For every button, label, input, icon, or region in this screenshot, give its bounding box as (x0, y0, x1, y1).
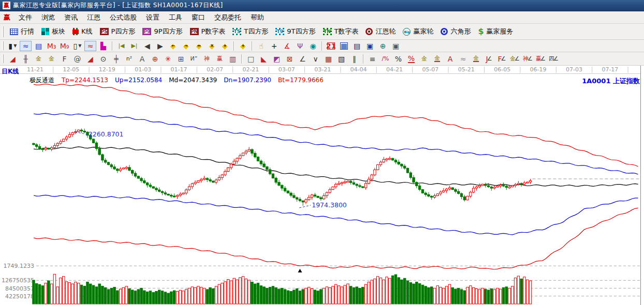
draw-wave-ab[interactable]: ≈ (457, 54, 469, 64)
tool-smart-tool[interactable]: ◉ (307, 41, 319, 51)
draw-gold-line[interactable]: 金 (431, 54, 443, 64)
toolbar-9t-square[interactable]: T99T四方形 (272, 25, 319, 38)
draw-percent-slash[interactable]: ∕% (379, 54, 391, 64)
menu-公式选股[interactable]: 公式选股 (105, 12, 141, 23)
tool-period-kline-dropdown[interactable]: ▮▼ (7, 41, 19, 51)
draw-f-angle[interactable]: F∠ (496, 54, 508, 64)
menu-资讯[interactable]: 资讯 (60, 12, 82, 23)
tool-goto-first[interactable]: |◀ (115, 41, 127, 51)
tool-network-update[interactable]: ⊕ (377, 41, 389, 51)
draw-n-square[interactable]: n² (123, 54, 135, 64)
tool-info-list[interactable]: ▤ (33, 41, 45, 51)
draw-stats-levels[interactable]: ≡ (367, 54, 378, 64)
tool-zoom-h-expand[interactable]: ◆↔ (193, 41, 205, 51)
menu-工具[interactable]: 工具 (164, 12, 187, 23)
tool-scroll-left[interactable]: ◀ (141, 41, 153, 51)
draw-time-grid[interactable]: ╫ (20, 54, 32, 64)
tool-zoom-fit[interactable]: ◆+ (237, 41, 249, 51)
draw-spiral-tool[interactable]: @ (71, 54, 83, 64)
toolbar-winner-service[interactable]: $赢家服务 (474, 25, 517, 38)
tool-wave-3[interactable]: M₃ (46, 41, 57, 51)
toolbar-winner-wheel[interactable]: Big赢家轮 (399, 25, 437, 38)
draw-gold-ratio-h[interactable]: 金 (33, 54, 45, 64)
kline-chart-canvas[interactable]: 11-2112-0512-1901-0301-1702-0702-2103-07… (0, 66, 644, 305)
draw-parallel-lines[interactable]: ∥ (348, 54, 360, 64)
draw-square-grid-arrow[interactable]: ▧ (335, 54, 347, 64)
menu-浏览[interactable]: 浏览 (37, 12, 60, 23)
toolbar-sectors[interactable]: 板块 (38, 25, 69, 38)
tool-zoom-in[interactable]: ◆× (206, 41, 218, 51)
chart-area[interactable]: 11-2112-0512-1901-0301-1702-0702-2103-07… (0, 66, 644, 305)
draw-fib-time[interactable]: F (58, 54, 70, 64)
draw-shen-angle[interactable]: 神∠ (522, 54, 534, 64)
draw-gold-circle[interactable]: 金 (418, 54, 430, 64)
tool-extreme-channel-red[interactable]: ≈ (84, 41, 96, 51)
tool-candle-type-dropdown[interactable]: ▯▼ (71, 41, 83, 51)
menu-文件[interactable]: 文件 (14, 12, 37, 23)
draw-time-cycle[interactable]: ⊙ (97, 54, 109, 64)
draw-percent[interactable]: % (392, 54, 404, 64)
candle-type-dropdown-dropdown-arrow[interactable]: ▼ (78, 43, 81, 48)
draw-ying-tool[interactable]: 赢 (214, 54, 226, 64)
draw-gann-fan[interactable]: ◣ (258, 54, 270, 64)
tool-pan-hand[interactable]: ☝ (255, 41, 267, 51)
draw-gann-fan-grid[interactable]: ⊠ (284, 54, 296, 64)
draw-ruler-123[interactable]: ▥ (227, 54, 239, 64)
tool-angle-tool[interactable]: ∡ (281, 41, 293, 51)
toolbar-kline[interactable]: K线 (69, 25, 96, 38)
tool-wave-9[interactable]: M₉ (58, 41, 70, 51)
period-kline-dropdown-dropdown-arrow[interactable]: ▼ (13, 43, 17, 48)
candle-50 (182, 193, 184, 194)
draw-gold-ratio-v[interactable]: 金 (46, 54, 57, 64)
toolbar-hexagon[interactable]: 六角形 (437, 25, 474, 38)
candle-51 (185, 190, 187, 193)
draw-shen-tool[interactable]: 神 (201, 54, 213, 64)
tool-save-data[interactable]: ▣ (364, 41, 376, 51)
draw-speed-lines[interactable]: ∠ (297, 54, 309, 64)
tool-zoom-right[interactable]: ◆→ (180, 41, 192, 51)
tool-zoom-left[interactable]: ◆← (167, 41, 179, 51)
draw-gold-angle[interactable]: 金∠ (509, 54, 521, 64)
tool-extreme-channel-blue[interactable]: ≈ (20, 41, 32, 51)
tool-crosshair-cursor[interactable]: + (268, 41, 280, 51)
draw-zigzag-wave[interactable]: ∨ (310, 54, 321, 64)
menu-江恩[interactable]: 江恩 (82, 12, 105, 23)
draw-si-angle[interactable]: 四∠ (548, 54, 560, 64)
draw-k-mark[interactable]: И” (188, 54, 200, 64)
tool-diary-notes[interactable]: ▤ (351, 41, 363, 51)
toolbar-gann-wheel[interactable]: 江恩轮 (362, 25, 399, 38)
draw-gann-web-red[interactable]: ✳ (162, 54, 174, 64)
toolbar-p-number-table[interactable]: PNP数字表 (186, 25, 229, 38)
toolbar-9p-square[interactable]: P99P四方形 (139, 25, 186, 38)
tool-volume-profile[interactable]: ▙ (97, 41, 109, 51)
toolbar-quotes[interactable]: 行情 (6, 25, 38, 38)
tool-calculator[interactable]: ▦ (338, 41, 350, 51)
tool-remote-service[interactable]: ▣ (390, 41, 402, 51)
draw-ying-angle[interactable]: 赢∠ (535, 54, 547, 64)
tool-calendar[interactable]: 21 (325, 41, 337, 51)
menu-交易委托[interactable]: 交易委托 (210, 12, 246, 23)
toolbar-t-square[interactable]: TST四方形 (229, 25, 272, 38)
toolbar-p-square[interactable]: PSP四方形 (96, 25, 139, 38)
draw-gann-fan-box[interactable]: ◩ (271, 54, 283, 64)
draw-gold-underline[interactable]: 金 (470, 54, 482, 64)
draw-percent-line[interactable]: % (405, 54, 417, 64)
menu-帮助[interactable]: 帮助 (246, 12, 269, 23)
draw-rect-frame[interactable]: □ (245, 54, 257, 64)
draw-trend-channel[interactable]: A (136, 54, 148, 64)
draw-price-brush[interactable]: A (444, 54, 456, 64)
draw-gann-web-blue[interactable]: ⊞ (175, 54, 187, 64)
draw-bar-count[interactable]: ╪ (110, 54, 122, 64)
toolbar-t-number-table[interactable]: TNT数字表 (319, 25, 362, 38)
menu-设置[interactable]: 设置 (141, 12, 164, 23)
draw-draw-knife[interactable]: ◢ (84, 54, 96, 64)
draw-draw-pen[interactable]: ◢ (7, 54, 19, 64)
tool-goto-last[interactable]: ▶| (128, 41, 140, 51)
tool-gann-clamp[interactable]: Ψ (294, 41, 306, 51)
tool-scroll-right[interactable]: ▶ (154, 41, 166, 51)
tool-zoom-out[interactable]: ◆+ (219, 41, 231, 51)
draw-j-angle[interactable]: J∠ (483, 54, 495, 64)
draw-gann-target[interactable]: ⊕ (149, 54, 161, 64)
menu-窗口[interactable]: 窗口 (187, 12, 210, 23)
draw-square-grid[interactable]: ▦ (323, 54, 334, 64)
